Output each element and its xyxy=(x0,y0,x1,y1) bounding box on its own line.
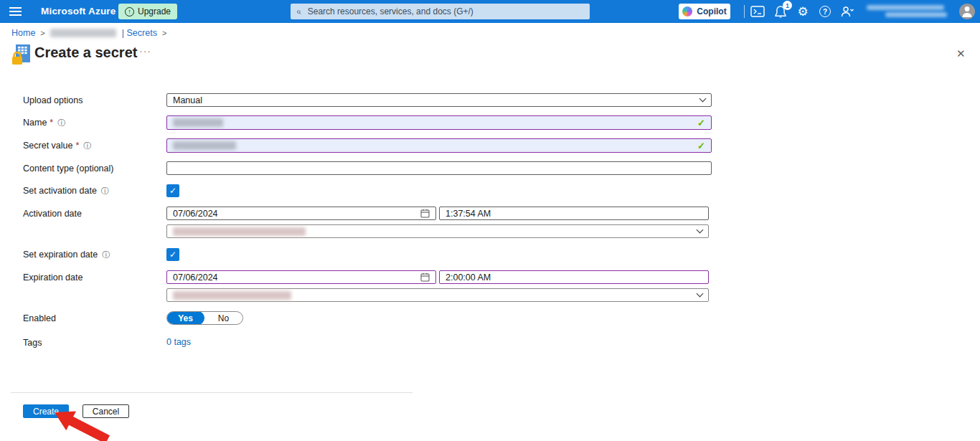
chevron-down-icon xyxy=(697,290,704,298)
hamburger-menu-icon[interactable] xyxy=(9,7,22,16)
set-expiration-date-label: Set expiration date ⓘ xyxy=(23,248,110,261)
enabled-label: Enabled xyxy=(23,311,56,325)
topbar-divider xyxy=(744,5,745,18)
secret-value-label: Secret value* ⓘ xyxy=(23,138,91,153)
breadcrumb-home-link[interactable]: Home xyxy=(11,28,35,38)
name-value-blurred xyxy=(173,118,223,127)
checkbox-check-icon: ✓ xyxy=(169,250,176,260)
upgrade-label: Upgrade xyxy=(138,6,171,16)
name-label: Name* ⓘ xyxy=(23,115,65,130)
activation-time-input[interactable]: 1:37:54 AM xyxy=(439,207,709,220)
azure-topbar: Microsoft Azure ↑ Upgrade ⌕ Copilot 1 ⚙ … xyxy=(0,0,980,23)
valid-check-icon: ✓ xyxy=(697,118,705,128)
upgrade-arrow-icon: ↑ xyxy=(125,7,134,16)
breadcrumb-separator: > xyxy=(40,29,44,37)
tags-link[interactable]: 0 tags xyxy=(166,337,191,347)
copilot-icon xyxy=(682,6,692,16)
search-input[interactable] xyxy=(306,6,584,17)
enabled-no-option[interactable]: No xyxy=(204,312,242,324)
activation-date-value: 07/06/2024 xyxy=(173,209,218,219)
more-options-ellipsis[interactable]: ··· xyxy=(139,45,151,57)
notifications-bell-icon[interactable]: 1 xyxy=(772,4,789,19)
close-icon[interactable]: ✕ xyxy=(953,46,969,62)
account-avatar[interactable] xyxy=(959,4,975,19)
breadcrumb: Home > | Secrets > xyxy=(0,23,980,42)
settings-gear-icon[interactable]: ⚙ xyxy=(794,4,811,19)
chevron-down-icon xyxy=(697,227,704,234)
activation-date-label: Activation date xyxy=(23,207,82,220)
upgrade-button[interactable]: ↑ Upgrade xyxy=(118,4,177,19)
info-icon[interactable]: ⓘ xyxy=(57,118,65,128)
name-input[interactable]: ✓ xyxy=(166,115,712,130)
notification-badge: 1 xyxy=(783,1,792,10)
expiration-time-input[interactable]: 2:00:00 AM xyxy=(439,270,709,284)
copilot-label: Copilot xyxy=(697,6,726,16)
feedback-icon[interactable] xyxy=(839,4,856,19)
activation-date-input[interactable]: 07/06/2024 xyxy=(166,207,436,220)
secret-document-lock-icon xyxy=(11,44,32,68)
activation-time-value: 1:37:54 AM xyxy=(446,209,491,219)
expiration-date-label: Expiration date xyxy=(23,270,83,284)
expiration-timezone-blurred xyxy=(173,291,291,300)
footer-divider xyxy=(11,392,413,393)
expiration-time-value: 2:00:00 AM xyxy=(446,272,491,283)
upload-options-value: Manual xyxy=(173,95,202,105)
content-type-label: Content type (optional) xyxy=(23,161,113,175)
activation-timezone-blurred xyxy=(173,227,306,236)
breadcrumb-secrets-link[interactable]: | Secrets xyxy=(122,28,157,38)
page-title: Create a secret xyxy=(34,44,137,61)
upload-options-select[interactable]: Manual xyxy=(166,93,712,107)
tags-label: Tags xyxy=(23,336,42,349)
activation-timezone-select[interactable] xyxy=(166,224,709,238)
search-icon: ⌕ xyxy=(296,6,301,16)
account-info-blurred xyxy=(867,5,947,18)
info-icon[interactable]: ⓘ xyxy=(102,250,110,260)
enabled-yes-option[interactable]: Yes xyxy=(166,311,204,325)
breadcrumb-keyvault-name-blurred[interactable] xyxy=(50,29,116,37)
required-asterisk: * xyxy=(50,118,53,128)
chevron-down-icon xyxy=(699,95,707,103)
valid-check-icon: ✓ xyxy=(697,141,705,151)
set-activation-date-checkbox[interactable]: ✓ xyxy=(166,184,179,197)
brand-title[interactable]: Microsoft Azure xyxy=(41,6,116,16)
cloud-shell-icon[interactable] xyxy=(749,4,766,19)
set-expiration-date-checkbox[interactable]: ✓ xyxy=(166,248,179,261)
help-icon[interactable]: ? xyxy=(816,4,834,19)
secret-value-blurred xyxy=(173,141,236,150)
set-activation-date-label: Set activation date ⓘ xyxy=(23,184,109,197)
expiration-date-input[interactable]: 07/06/2024 xyxy=(166,270,436,284)
content-type-input[interactable] xyxy=(166,161,712,175)
calendar-icon xyxy=(420,272,430,282)
calendar-icon xyxy=(420,209,430,218)
breadcrumb-separator: > xyxy=(162,29,166,37)
expiration-timezone-select[interactable] xyxy=(166,288,709,302)
global-search[interactable]: ⌕ xyxy=(291,4,590,19)
info-icon[interactable]: ⓘ xyxy=(101,186,109,196)
create-button[interactable]: Create xyxy=(23,404,69,418)
upload-options-label: Upload options xyxy=(23,93,83,107)
enabled-toggle: Yes No xyxy=(166,311,243,325)
cancel-button[interactable]: Cancel xyxy=(83,404,129,418)
expiration-date-value: 07/06/2024 xyxy=(173,272,218,283)
secret-value-input[interactable]: ✓ xyxy=(166,138,712,153)
copilot-button[interactable]: Copilot xyxy=(679,4,730,19)
info-icon[interactable]: ⓘ xyxy=(83,141,91,151)
required-asterisk: * xyxy=(75,141,79,151)
checkbox-check-icon: ✓ xyxy=(169,186,176,196)
